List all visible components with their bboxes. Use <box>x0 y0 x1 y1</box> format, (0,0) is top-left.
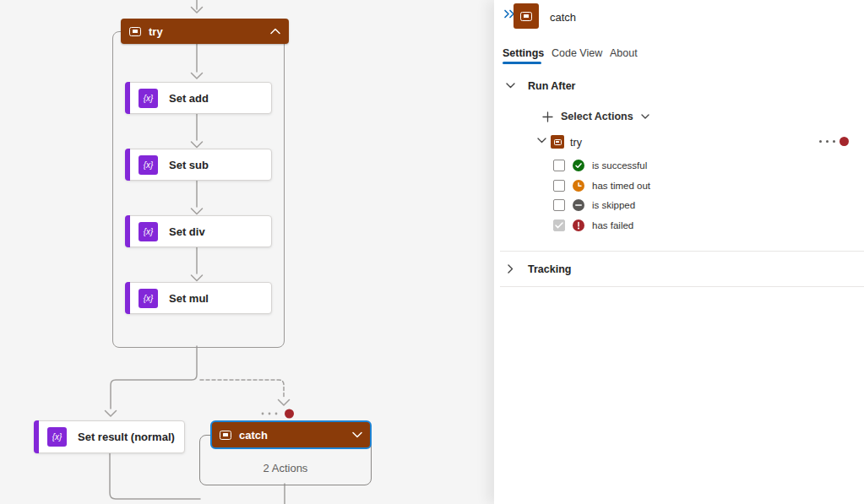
variable-icon: {x} <box>47 427 67 447</box>
action-card-set-mul[interactable]: {x} Set mul <box>125 282 272 314</box>
action-card-set-add[interactable]: {x} Set add <box>125 82 272 114</box>
action-card-label: Set mul <box>169 292 209 305</box>
action-card-label: Set sub <box>169 159 209 171</box>
status-row-is-skipped: is skipped <box>553 199 635 211</box>
status-label: has failed <box>592 220 633 230</box>
catch-operation-icon <box>514 3 539 29</box>
is-skipped-checkbox[interactable] <box>553 199 565 211</box>
check-icon <box>555 222 563 229</box>
is-successful-checkbox[interactable] <box>553 160 565 171</box>
run-after-heading: Run After <box>528 80 575 92</box>
failed-icon <box>573 219 584 231</box>
scope-icon <box>520 12 532 21</box>
card-accent-bar <box>125 149 130 181</box>
active-tab-underline <box>503 62 541 64</box>
card-accent-bar <box>125 82 130 114</box>
tab-about[interactable]: About <box>610 47 638 59</box>
scope-icon <box>129 27 141 36</box>
card-accent-bar <box>34 420 39 453</box>
action-card-set-sub[interactable]: {x} Set sub <box>125 149 272 181</box>
run-after-status-dot <box>285 409 294 419</box>
operation-settings-panel: catch Settings Code View About Run After… <box>494 0 864 504</box>
card-accent-bar <box>125 215 130 247</box>
try-operation-icon <box>551 135 564 149</box>
action-card-label: Set div <box>169 225 205 238</box>
chevron-down-icon[interactable] <box>352 431 362 438</box>
try-row-chevron-down-icon[interactable] <box>537 138 546 144</box>
catch-scope-summary: 2 Actions <box>200 462 371 474</box>
card-accent-bar <box>125 282 130 314</box>
status-label: is successful <box>592 160 647 171</box>
ellipsis-menu-icon[interactable] <box>819 140 835 143</box>
failed-status-dot <box>840 137 849 146</box>
skipped-icon <box>573 199 584 211</box>
status-row-is-successful: is successful <box>553 160 647 171</box>
chevron-down-icon <box>641 114 649 120</box>
try-scope-label: try <box>149 25 163 38</box>
has-failed-checkbox[interactable] <box>553 219 565 231</box>
status-label: has timed out <box>592 181 650 191</box>
try-scope-header[interactable]: try <box>121 19 289 44</box>
run-after-chevron-down-icon[interactable] <box>506 83 515 89</box>
action-card-label: Set result (normal) <box>78 431 175 443</box>
select-actions-dropdown[interactable]: Select Actions <box>542 111 649 122</box>
action-card-label: Set add <box>169 92 209 105</box>
scope-icon <box>554 139 562 145</box>
select-actions-label: Select Actions <box>561 111 633 122</box>
variable-icon: {x} <box>139 289 158 308</box>
tab-settings[interactable]: Settings <box>503 47 544 59</box>
panel-title: catch <box>550 11 576 24</box>
status-label: is skipped <box>592 200 635 210</box>
timeout-icon <box>573 180 584 192</box>
section-divider <box>500 251 864 252</box>
tracking-heading: Tracking <box>528 263 571 275</box>
action-card-set-div[interactable]: {x} Set div <box>125 215 272 247</box>
variable-icon: {x} <box>139 89 158 108</box>
variable-icon: {x} <box>139 222 158 241</box>
catch-scope-header[interactable]: catch <box>210 420 372 449</box>
workflow-canvas[interactable]: try {x} Set add {x} Set sub {x} Set div … <box>0 0 497 504</box>
catch-scope-label: catch <box>239 429 268 442</box>
status-row-has-timed-out: has timed out <box>553 180 650 192</box>
scope-icon <box>220 431 231 440</box>
has-timed-out-checkbox[interactable] <box>553 180 565 192</box>
action-card-set-result[interactable]: {x} Set result (normal) <box>34 420 185 453</box>
tracking-chevron-right-icon[interactable] <box>508 264 514 274</box>
chevron-up-icon[interactable] <box>270 28 280 35</box>
status-row-has-failed: has failed <box>553 219 633 231</box>
section-divider <box>500 286 864 287</box>
try-row-label: try <box>570 137 582 149</box>
variable-icon: {x} <box>139 155 158 175</box>
success-icon <box>573 160 584 171</box>
plus-icon <box>542 111 553 122</box>
tab-code-view[interactable]: Code View <box>552 47 602 59</box>
